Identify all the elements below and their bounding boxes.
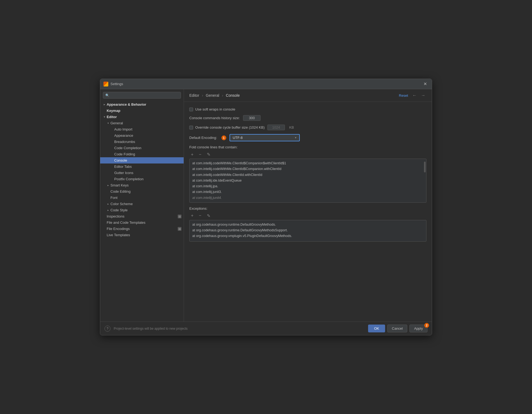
tree-arrow [110, 165, 114, 169]
sidebar-item-file-encodings[interactable]: File Encodings ▤ [100, 226, 184, 232]
tree-arrow [110, 171, 114, 175]
encoding-badge: 1 [221, 135, 226, 140]
fold-add-button[interactable]: + [189, 152, 195, 158]
search-box[interactable]: 🔍 [103, 92, 181, 99]
sidebar-item-file-code-templates[interactable]: File and Code Templates [100, 219, 184, 226]
soft-wrap-row: Use soft wraps in console [189, 107, 426, 111]
history-size-label: Console commands history size: [189, 116, 240, 120]
tree-arrow [110, 140, 114, 144]
tree-arrow [110, 134, 114, 138]
exceptions-edit-button[interactable]: ✎ [205, 213, 212, 219]
sidebar-item-live-templates[interactable]: Live Templates [100, 232, 184, 238]
fold-lines-label: Fold console lines that contain: [189, 145, 426, 149]
apply-button-wrap: Apply 2 [409, 325, 427, 332]
breadcrumb-general: General [206, 93, 219, 98]
sidebar-item-code-completion[interactable]: Code Completion [100, 145, 184, 151]
exceptions-add-button[interactable]: + [189, 213, 195, 219]
fold-edit-button[interactable]: ✎ [205, 151, 212, 158]
soft-wrap-checkbox-wrap[interactable]: Use soft wraps in console [189, 107, 235, 111]
sidebar-item-postfix-completion[interactable]: Postfix Completion [100, 176, 184, 182]
encoding-label: Default Encoding: [189, 136, 217, 140]
sidebar: 🔍 Appearance & Behavior Keymap Editor [100, 89, 184, 322]
encoding-value: UTF-8 [233, 136, 243, 140]
sidebar-item-code-style[interactable]: Code Style [100, 207, 184, 213]
sidebar-item-breadcrumbs[interactable]: Breadcrumbs [100, 139, 184, 145]
list-item-last: at com.intellij.junit4. [192, 195, 423, 201]
sidebar-item-keymap[interactable]: Keymap [100, 108, 184, 114]
list-item: at com.intellij.codeWithMe.ClientId$Comp… [192, 166, 423, 172]
ok-button[interactable]: OK [368, 325, 385, 332]
reset-button[interactable]: Reset [398, 93, 409, 98]
list-item: at org.codehaus.groovy.vmplugin.v5.Plugi… [192, 233, 423, 239]
breadcrumb-sep-2: › [222, 93, 224, 98]
soft-wrap-checkbox[interactable] [189, 108, 193, 111]
fold-lines-list: at com.intellij.codeWithMe.ClientId$Comp… [189, 159, 426, 203]
sidebar-item-color-scheme[interactable]: Color Scheme [100, 201, 184, 207]
sidebar-item-general[interactable]: General [100, 120, 184, 126]
forward-button[interactable]: → [420, 92, 426, 98]
sidebar-item-code-editing[interactable]: Code Editing [100, 188, 184, 195]
tree-arrow [102, 103, 106, 106]
help-button[interactable]: ? [105, 326, 110, 332]
override-input[interactable] [267, 125, 285, 130]
footer-buttons: OK Cancel Apply 2 [368, 325, 427, 332]
settings-dialog: Settings ✕ 🔍 Appearance & Behavior Keyma… [100, 79, 432, 335]
tree-arrow [110, 159, 114, 162]
dialog-body: 🔍 Appearance & Behavior Keymap Editor [100, 89, 432, 322]
sidebar-item-console[interactable]: Console [100, 157, 184, 163]
soft-wrap-label: Use soft wraps in console [195, 107, 235, 111]
tree-arrow [102, 221, 106, 225]
override-checkbox-wrap[interactable]: Override console cycle buffer size (1024… [189, 125, 265, 129]
sidebar-tree: Appearance & Behavior Keymap Editor Gene… [100, 100, 184, 322]
cancel-button[interactable]: Cancel [387, 325, 407, 332]
sidebar-item-editor-tabs[interactable]: Editor Tabs [100, 163, 184, 170]
exceptions-toolbar: + − ✎ [189, 213, 426, 219]
tree-arrow [106, 121, 110, 125]
override-checkbox[interactable] [189, 126, 193, 129]
tree-arrow [110, 152, 114, 156]
tree-arrow [102, 215, 106, 218]
breadcrumb-editor: Editor [189, 93, 199, 98]
tree-arrow [102, 115, 106, 119]
back-button[interactable]: ← [411, 92, 418, 98]
sidebar-item-code-folding[interactable]: Code Folding [100, 151, 184, 157]
apply-badge: 2 [424, 323, 429, 328]
sidebar-item-smart-keys[interactable]: Smart Keys [100, 182, 184, 188]
scrollbar[interactable] [424, 162, 426, 172]
encoding-row: Default Encoding: 1 UTF-8 ▾ [189, 134, 426, 141]
list-item: at com.intellij.codeWithMe.ClientId.with… [192, 172, 423, 178]
tree-arrow [110, 128, 114, 131]
tree-arrow [106, 183, 110, 187]
tree-arrow [110, 177, 114, 181]
exceptions-label: Exceptions: [189, 206, 426, 211]
close-button[interactable]: ✕ [422, 81, 429, 87]
search-input[interactable] [111, 93, 179, 97]
sidebar-item-inspections[interactable]: Inspections ▤ [100, 213, 184, 219]
sidebar-item-editor[interactable]: Editor [100, 114, 184, 120]
header-actions: Reset ← → [398, 92, 426, 98]
sidebar-item-appearance-behavior[interactable]: Appearance & Behavior [100, 101, 184, 108]
tree-arrow [102, 109, 106, 113]
sidebar-item-gutter-icons[interactable]: Gutter Icons [100, 170, 184, 176]
exceptions-remove-button[interactable]: − [197, 213, 203, 219]
encoding-select[interactable]: UTF-8 ▾ [230, 134, 300, 141]
breadcrumb-sep-1: › [202, 93, 204, 98]
sidebar-item-font[interactable]: Font [100, 195, 184, 201]
footer-message: Project-level settings will be applied t… [114, 327, 368, 330]
file-encodings-badge: ▤ [178, 227, 181, 231]
tree-arrow [106, 202, 110, 206]
tree-arrow [102, 227, 106, 231]
content-area: Use soft wraps in console Console comman… [184, 102, 432, 322]
sidebar-item-appearance[interactable]: Appearance [100, 132, 184, 139]
tree-arrow [106, 190, 110, 193]
tree-arrow [106, 208, 110, 212]
main-header: Editor › General › Console Reset ← → [184, 89, 432, 102]
sidebar-item-auto-import[interactable]: Auto Import [100, 126, 184, 132]
override-row: Override console cycle buffer size (1024… [189, 125, 426, 130]
override-unit: KB [289, 125, 294, 129]
app-icon [103, 82, 108, 86]
fold-remove-button[interactable]: − [197, 152, 203, 158]
tree-arrow [110, 146, 114, 150]
history-size-row: Console commands history size: [189, 115, 426, 121]
history-size-input[interactable] [243, 115, 261, 121]
